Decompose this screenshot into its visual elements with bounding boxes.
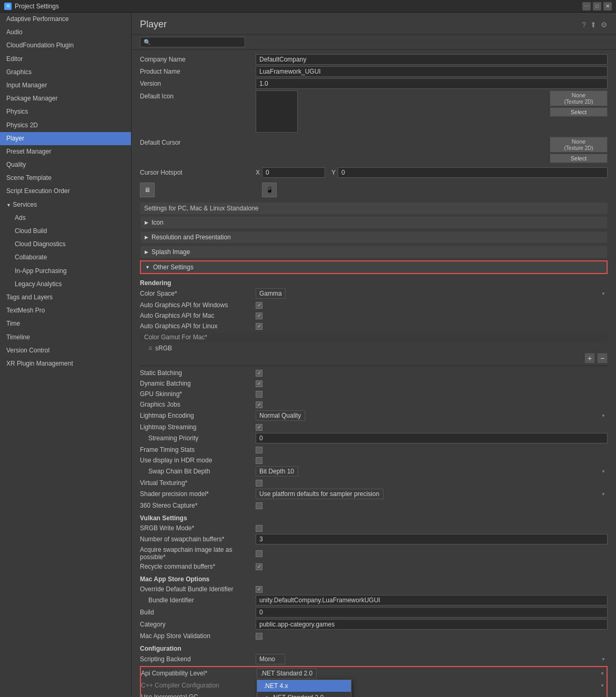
menu-button[interactable]: ⋯ <box>582 2 591 11</box>
sidebar-item-audio[interactable]: Audio <box>0 26 131 39</box>
sidebar-item-in-app-purchasing[interactable]: In-App Purchasing <box>0 265 131 278</box>
cursor-y-input[interactable] <box>338 167 608 178</box>
hdr-checkbox[interactable] <box>256 457 262 464</box>
sidebar-item-cloud-build[interactable]: Cloud Build <box>0 225 131 238</box>
settings-icon[interactable]: ⚙ <box>601 21 608 29</box>
maximize-button[interactable]: □ <box>593 2 601 11</box>
y-label: Y <box>331 169 336 176</box>
swap-chain-select[interactable]: Bit Depth 10 Bit Depth 16 <box>256 466 298 477</box>
stereo-capture-checkbox[interactable] <box>256 502 262 509</box>
product-name-input[interactable] <box>256 66 608 77</box>
lightmap-streaming-row: Lightmap Streaming <box>140 422 608 432</box>
sidebar-item-cloud-foundation[interactable]: CloudFoundation Plugin <box>0 39 131 52</box>
virtual-texturing-checkbox[interactable] <box>256 480 262 487</box>
section-icon-header[interactable]: ▶ Icon <box>140 216 608 229</box>
cursor-side: None(Texture 2D) Select <box>550 137 608 163</box>
mac-validation-checkbox[interactable] <box>256 633 262 640</box>
gamut-remove-button[interactable]: − <box>597 353 608 363</box>
category-input[interactable] <box>256 619 608 630</box>
graphics-jobs-checkbox[interactable] <box>256 401 262 408</box>
gpu-skinning-checkbox[interactable] <box>256 391 262 398</box>
color-space-select[interactable]: Gamma Linear <box>256 288 286 299</box>
sidebar-item-scene-template[interactable]: Scene Template <box>0 171 131 185</box>
cursor-area: None(Texture 2D) Select <box>256 137 608 163</box>
upload-icon[interactable]: ⬆ <box>590 21 597 29</box>
auto-graphics-windows-checkbox[interactable] <box>256 302 262 309</box>
product-name-label: Product Name <box>140 68 256 75</box>
dynamic-batching-checkbox[interactable] <box>256 380 262 387</box>
incremental-gc-row: Use Incremental GC <box>141 692 607 697</box>
sidebar-item-collaborate[interactable]: Collaborate <box>0 251 131 264</box>
lightmap-encoding-label: Lightmap Encoding <box>140 412 256 419</box>
frame-timing-checkbox[interactable] <box>256 447 262 453</box>
srgb-write-checkbox[interactable] <box>256 525 262 532</box>
gpu-skinning-label: GPU Skinning* <box>140 390 256 398</box>
lightmap-encoding-select[interactable]: Normal Quality Low Quality High Quality <box>256 410 305 421</box>
icon-area: None(Texture 2D) Select <box>256 90 608 133</box>
sidebar-item-preset-manager[interactable]: Preset Manager <box>0 145 131 158</box>
sidebar-item-cloud-diagnostics[interactable]: Cloud Diagnostics <box>0 238 131 251</box>
search-input[interactable] <box>140 37 245 47</box>
sidebar-item-physics-2d[interactable]: Physics 2D <box>0 119 131 132</box>
override-bundle-checkbox[interactable] <box>256 586 262 593</box>
recycle-buffers-checkbox[interactable] <box>256 563 262 570</box>
default-icon-row: Default Icon None(Texture 2D) Select <box>140 90 608 133</box>
shader-precision-select[interactable]: Use platform defaults for sampler precis… <box>256 489 383 499</box>
sidebar-item-script-execution-order[interactable]: Script Execution Order <box>0 185 131 198</box>
sidebar-item-player[interactable]: Player <box>0 132 131 145</box>
auto-graphics-linux-checkbox[interactable] <box>256 323 262 330</box>
platform-android-icon[interactable]: 📱 <box>262 183 277 197</box>
cpp-compiler-row: C++ Compiler Configuration Release Debug <box>141 680 607 691</box>
sidebar-item-time[interactable]: Time <box>0 317 131 330</box>
sidebar-item-services[interactable]: ▼ Services <box>0 198 131 211</box>
lightmap-encoding-row: Lightmap Encoding Normal Quality Low Qua… <box>140 410 608 421</box>
dynamic-batching-label: Dynamic Batching <box>140 380 256 387</box>
cursor-x-input[interactable] <box>262 167 325 178</box>
sidebar-item-graphics[interactable]: Graphics <box>0 66 131 79</box>
popup-net-standard[interactable]: ✓ .NET Standard 2.0 <box>257 692 351 697</box>
scripting-backend-select[interactable]: Mono IL2CPP <box>256 654 285 664</box>
lightmap-streaming-checkbox[interactable] <box>256 424 262 431</box>
static-batching-checkbox[interactable] <box>256 370 262 377</box>
streaming-priority-input[interactable] <box>256 433 608 443</box>
shader-precision-dropdown-wrapper: Use platform defaults for sampler precis… <box>256 489 608 499</box>
sidebar-item-package-manager[interactable]: Package Manager <box>0 92 131 105</box>
icon-section-label: Icon <box>152 219 164 226</box>
gamut-add-button[interactable]: + <box>584 353 595 363</box>
sidebar-item-adaptive-performance[interactable]: Adaptive Performance <box>0 13 131 26</box>
build-input[interactable] <box>256 607 608 618</box>
icon-select-button[interactable]: Select <box>550 107 608 117</box>
popup-net4x[interactable]: .NET 4.x <box>257 680 351 692</box>
company-name-input[interactable] <box>256 54 608 65</box>
sidebar-item-textmesh-pro[interactable]: TextMesh Pro <box>0 304 131 317</box>
sidebar-item-version-control[interactable]: Version Control <box>0 344 131 357</box>
sidebar-item-quality[interactable]: Quality <box>0 158 131 171</box>
static-batching-label: Static Batching <box>140 369 256 377</box>
sidebar-item-timeline[interactable]: Timeline <box>0 331 131 344</box>
sidebar-item-editor[interactable]: Editor <box>0 53 131 66</box>
section-other-settings-header[interactable]: ▼ Other Settings <box>140 260 608 274</box>
gpu-skinning-row: GPU Skinning* <box>140 389 608 399</box>
sidebar-item-ads[interactable]: Ads <box>0 211 131 225</box>
acquire-late-checkbox[interactable] <box>256 550 262 557</box>
cursor-select-button[interactable]: Select <box>550 154 608 163</box>
auto-graphics-mac-checkbox[interactable] <box>256 312 262 319</box>
section-resolution-header[interactable]: ▶ Resolution and Presentation <box>140 231 608 244</box>
sidebar-item-input-manager[interactable]: Input Manager <box>0 79 131 92</box>
platform-desktop-icon[interactable]: 🖥 <box>140 183 155 197</box>
sidebar-item-physics[interactable]: Physics <box>0 105 131 118</box>
sidebar: Adaptive Performance Audio CloudFoundati… <box>0 13 132 697</box>
num-swapchain-input[interactable] <box>256 534 608 544</box>
help-icon[interactable]: ? <box>582 21 586 29</box>
close-button[interactable]: ✕ <box>603 2 612 11</box>
scripting-backend-row: Scripting Backend Mono IL2CPP <box>140 654 608 664</box>
sidebar-item-legacy-analytics[interactable]: Legacy Analytics <box>0 278 131 291</box>
sidebar-item-xr-plugin[interactable]: XR Plugin Management <box>0 357 131 370</box>
section-splash-header[interactable]: ▶ Splash Image <box>140 246 608 258</box>
bundle-id-input[interactable] <box>256 595 608 605</box>
color-space-label: Color Space* <box>140 290 256 297</box>
sidebar-item-tags-and-layers[interactable]: Tags and Layers <box>0 291 131 304</box>
api-compat-select[interactable]: .NET Standard 2.0 .NET 4.x <box>257 668 317 679</box>
gamut-handle: ≡ <box>148 345 152 352</box>
version-input[interactable] <box>256 78 608 89</box>
